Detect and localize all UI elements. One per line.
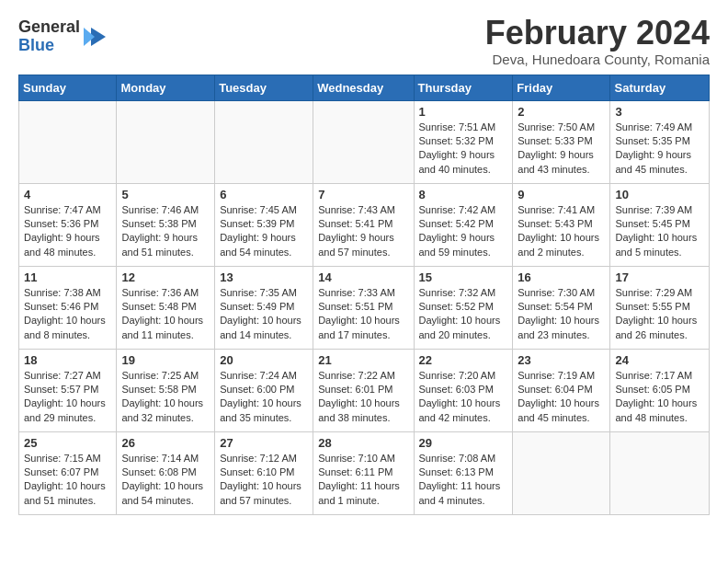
calendar-cell: 3Sunrise: 7:49 AMSunset: 5:35 PMDaylight…: [610, 100, 710, 183]
calendar-cell: 25Sunrise: 7:15 AMSunset: 6:07 PMDayligh…: [19, 431, 117, 514]
day-number: 4: [24, 188, 111, 201]
day-number: 22: [419, 353, 508, 367]
calendar-cell: 13Sunrise: 7:35 AMSunset: 5:49 PMDayligh…: [215, 266, 313, 349]
calendar-cell: 6Sunrise: 7:45 AMSunset: 5:39 PMDaylight…: [215, 183, 313, 266]
day-info: Sunrise: 7:38 AMSunset: 5:46 PMDaylight:…: [24, 286, 111, 343]
calendar-cell: 27Sunrise: 7:12 AMSunset: 6:10 PMDayligh…: [215, 431, 313, 514]
calendar-table: SundayMondayTuesdayWednesdayThursdayFrid…: [18, 75, 710, 515]
calendar-cell: 12Sunrise: 7:36 AMSunset: 5:48 PMDayligh…: [117, 266, 215, 349]
day-info: Sunrise: 7:42 AMSunset: 5:42 PMDaylight:…: [419, 203, 508, 260]
day-info: Sunrise: 7:30 AMSunset: 5:54 PMDaylight:…: [518, 286, 605, 343]
calendar-cell: 18Sunrise: 7:27 AMSunset: 5:57 PMDayligh…: [19, 349, 117, 431]
calendar-header-row: SundayMondayTuesdayWednesdayThursdayFrid…: [19, 75, 710, 100]
week-row-3: 18Sunrise: 7:27 AMSunset: 5:57 PMDayligh…: [19, 349, 710, 431]
calendar-cell: [117, 100, 215, 183]
day-number: 13: [220, 270, 308, 284]
calendar-cell: 14Sunrise: 7:33 AMSunset: 5:51 PMDayligh…: [313, 266, 414, 349]
calendar-cell: 24Sunrise: 7:17 AMSunset: 6:05 PMDayligh…: [610, 349, 710, 431]
day-number: 9: [518, 188, 605, 201]
day-number: 6: [220, 188, 308, 201]
day-info: Sunrise: 7:51 AMSunset: 5:32 PMDaylight:…: [419, 121, 508, 178]
day-number: 28: [318, 436, 408, 450]
day-info: Sunrise: 7:45 AMSunset: 5:39 PMDaylight:…: [220, 203, 308, 260]
calendar-cell: 21Sunrise: 7:22 AMSunset: 6:01 PMDayligh…: [313, 349, 414, 431]
header-thursday: Thursday: [414, 75, 513, 100]
calendar-cell: [513, 431, 610, 514]
calendar-cell: 19Sunrise: 7:25 AMSunset: 5:58 PMDayligh…: [117, 349, 215, 431]
day-number: 21: [318, 353, 408, 367]
week-row-1: 4Sunrise: 7:47 AMSunset: 5:36 PMDaylight…: [19, 183, 710, 266]
day-info: Sunrise: 7:08 AMSunset: 6:13 PMDaylight:…: [419, 452, 508, 509]
day-number: 20: [220, 353, 308, 367]
calendar-cell: 7Sunrise: 7:43 AMSunset: 5:41 PMDaylight…: [313, 183, 414, 266]
day-info: Sunrise: 7:19 AMSunset: 6:04 PMDaylight:…: [518, 369, 605, 426]
day-number: 5: [121, 188, 210, 201]
calendar-cell: 5Sunrise: 7:46 AMSunset: 5:38 PMDaylight…: [117, 183, 215, 266]
day-info: Sunrise: 7:47 AMSunset: 5:36 PMDaylight:…: [24, 203, 111, 260]
day-number: 2: [518, 105, 605, 119]
day-number: 8: [419, 188, 508, 201]
calendar-cell: 1Sunrise: 7:51 AMSunset: 5:32 PMDaylight…: [414, 100, 513, 183]
day-number: 18: [24, 353, 111, 367]
calendar-cell: 20Sunrise: 7:24 AMSunset: 6:00 PMDayligh…: [215, 349, 313, 431]
calendar-cell: [19, 100, 117, 183]
calendar-cell: [610, 431, 710, 514]
calendar-cell: 28Sunrise: 7:10 AMSunset: 6:11 PMDayligh…: [313, 431, 414, 514]
calendar-cell: 4Sunrise: 7:47 AMSunset: 5:36 PMDaylight…: [19, 183, 117, 266]
calendar-cell: [313, 100, 414, 183]
calendar-cell: 29Sunrise: 7:08 AMSunset: 6:13 PMDayligh…: [414, 431, 513, 514]
day-number: 14: [318, 270, 408, 284]
day-info: Sunrise: 7:36 AMSunset: 5:48 PMDaylight:…: [121, 286, 210, 343]
day-info: Sunrise: 7:17 AMSunset: 6:05 PMDaylight:…: [615, 369, 704, 426]
day-info: Sunrise: 7:15 AMSunset: 6:07 PMDaylight:…: [24, 452, 111, 509]
calendar-cell: 22Sunrise: 7:20 AMSunset: 6:03 PMDayligh…: [414, 349, 513, 431]
day-info: Sunrise: 7:10 AMSunset: 6:11 PMDaylight:…: [318, 452, 408, 509]
title-month: February 2024: [485, 15, 710, 52]
calendar-cell: 23Sunrise: 7:19 AMSunset: 6:04 PMDayligh…: [513, 349, 610, 431]
page-header: General Blue February 2024 Deva, Hunedoa…: [18, 15, 710, 67]
day-number: 29: [419, 436, 508, 450]
title-area: February 2024 Deva, Hunedoara County, Ro…: [485, 15, 710, 67]
day-info: Sunrise: 7:50 AMSunset: 5:33 PMDaylight:…: [518, 121, 605, 178]
day-number: 16: [518, 270, 605, 284]
day-info: Sunrise: 7:14 AMSunset: 6:08 PMDaylight:…: [121, 452, 210, 509]
logo-icon: [82, 24, 108, 50]
day-info: Sunrise: 7:43 AMSunset: 5:41 PMDaylight:…: [318, 203, 408, 260]
day-info: Sunrise: 7:12 AMSunset: 6:10 PMDaylight:…: [220, 452, 308, 509]
calendar-cell: 26Sunrise: 7:14 AMSunset: 6:08 PMDayligh…: [117, 431, 215, 514]
day-info: Sunrise: 7:49 AMSunset: 5:35 PMDaylight:…: [615, 121, 704, 178]
header-friday: Friday: [513, 75, 610, 100]
header-tuesday: Tuesday: [215, 75, 313, 100]
calendar-cell: 8Sunrise: 7:42 AMSunset: 5:42 PMDaylight…: [414, 183, 513, 266]
day-number: 10: [615, 188, 704, 201]
day-info: Sunrise: 7:24 AMSunset: 6:00 PMDaylight:…: [220, 369, 308, 426]
day-info: Sunrise: 7:29 AMSunset: 5:55 PMDaylight:…: [615, 286, 704, 343]
logo-general-text: General: [18, 18, 80, 37]
title-location: Deva, Hunedoara County, Romania: [485, 52, 710, 67]
day-number: 1: [419, 105, 508, 119]
day-info: Sunrise: 7:22 AMSunset: 6:01 PMDaylight:…: [318, 369, 408, 426]
calendar-cell: 15Sunrise: 7:32 AMSunset: 5:52 PMDayligh…: [414, 266, 513, 349]
day-info: Sunrise: 7:20 AMSunset: 6:03 PMDaylight:…: [419, 369, 508, 426]
week-row-0: 1Sunrise: 7:51 AMSunset: 5:32 PMDaylight…: [19, 100, 710, 183]
logo-blue-text: Blue: [18, 37, 80, 55]
day-info: Sunrise: 7:41 AMSunset: 5:43 PMDaylight:…: [518, 203, 605, 260]
day-number: 15: [419, 270, 508, 284]
week-row-2: 11Sunrise: 7:38 AMSunset: 5:46 PMDayligh…: [19, 266, 710, 349]
header-monday: Monday: [117, 75, 215, 100]
calendar-cell: [215, 100, 313, 183]
day-info: Sunrise: 7:33 AMSunset: 5:51 PMDaylight:…: [318, 286, 408, 343]
logo: General Blue: [18, 18, 108, 55]
week-row-4: 25Sunrise: 7:15 AMSunset: 6:07 PMDayligh…: [19, 431, 710, 514]
day-number: 7: [318, 188, 408, 201]
day-number: 26: [121, 436, 210, 450]
calendar-cell: 17Sunrise: 7:29 AMSunset: 5:55 PMDayligh…: [610, 266, 710, 349]
day-info: Sunrise: 7:46 AMSunset: 5:38 PMDaylight:…: [121, 203, 210, 260]
day-info: Sunrise: 7:32 AMSunset: 5:52 PMDaylight:…: [419, 286, 508, 343]
day-number: 25: [24, 436, 111, 450]
day-number: 17: [615, 270, 704, 284]
day-info: Sunrise: 7:25 AMSunset: 5:58 PMDaylight:…: [121, 369, 210, 426]
day-number: 24: [615, 353, 704, 367]
header-sunday: Sunday: [19, 75, 117, 100]
day-info: Sunrise: 7:27 AMSunset: 5:57 PMDaylight:…: [24, 369, 111, 426]
